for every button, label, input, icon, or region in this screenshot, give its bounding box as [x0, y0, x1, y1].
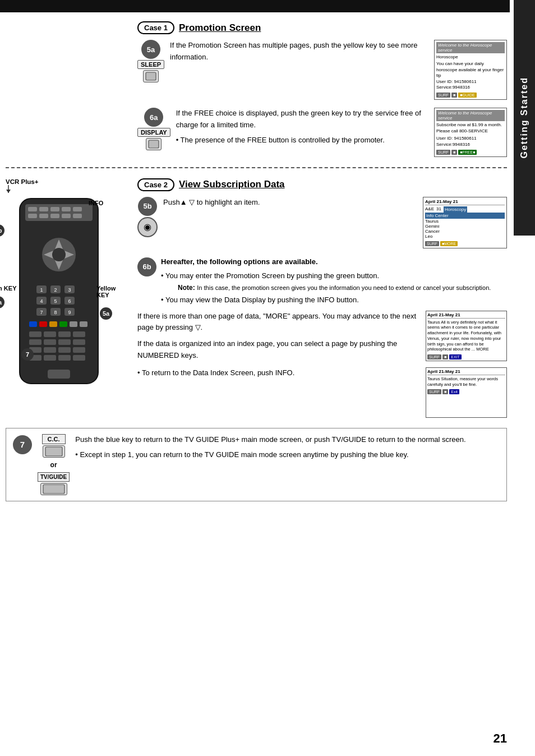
- case2-content: Case 2 View Subscription Data 5b ◉ Push▲…: [137, 178, 507, 418]
- svg-rect-13: [50, 214, 59, 218]
- svg-rect-51: [44, 339, 56, 345]
- green-key-label: Green KEY: [0, 285, 16, 292]
- svg-rect-64: [43, 485, 64, 494]
- step-6b-bullet2: • You may view the Data Display by pushi…: [161, 294, 507, 306]
- svg-rect-56: [58, 347, 71, 353]
- svg-marker-3: [6, 190, 11, 193]
- svg-rect-55: [44, 347, 56, 353]
- bullet3-text: • To return to the Data Index Screen, pu…: [137, 367, 419, 379]
- svg-rect-48: [58, 331, 71, 337]
- side-tab-text: Getting Started: [519, 77, 529, 159]
- or-text: or: [50, 461, 57, 469]
- svg-rect-61: [73, 355, 85, 361]
- step-6b-circle: 6b: [137, 257, 156, 276]
- cc-key-icon: [43, 445, 65, 458]
- tv-screen-4: April 21-May 21 Taurus All is very defin…: [426, 311, 507, 362]
- svg-rect-59: [44, 355, 56, 361]
- case1-section: Case 1 Promotion Screen 5a SLEEP If the …: [137, 17, 507, 157]
- svg-rect-11: [28, 214, 37, 218]
- svg-text:8: 8: [54, 310, 57, 315]
- case2-header: Case 2 View Subscription Data: [137, 178, 507, 191]
- step-6a-row: 6a DISPLAY If the FREE choice is display…: [137, 108, 507, 157]
- svg-text:7: 7: [40, 310, 43, 315]
- svg-text:5: 5: [54, 298, 57, 304]
- svg-point-21: [52, 248, 66, 261]
- svg-rect-63: [45, 447, 62, 456]
- top-bar: [0, 0, 510, 12]
- note-label: Note:: [178, 284, 195, 292]
- tv5-body: Taurus Situation, measure your words car…: [427, 376, 505, 388]
- step-7-remote-badge: 7: [21, 348, 34, 361]
- step-5a-text: If the Promotion Screen has multiple pag…: [170, 40, 428, 63]
- svg-rect-40: [29, 321, 37, 327]
- step-6b-bullet1: • You may enter the Promotion Screen by …: [161, 270, 507, 282]
- svg-rect-60: [58, 355, 71, 361]
- step7-bullet: • Except in step 1, you can return to th…: [75, 449, 500, 461]
- cc-button: C.C.: [42, 434, 66, 444]
- svg-rect-5: [25, 204, 93, 221]
- svg-rect-46: [29, 331, 41, 337]
- svg-rect-57: [73, 347, 85, 353]
- svg-rect-14: [62, 214, 71, 218]
- step-5b-row: 5b ◉ Push▲ ▽ to highlight an item. April…: [137, 197, 507, 248]
- bullet3-row: • To return to the Data Index Screen, pu…: [137, 367, 507, 418]
- svg-rect-7: [39, 207, 48, 211]
- para2-text: If the data is organized into an index p…: [137, 338, 419, 362]
- page-number: 21: [494, 731, 507, 746]
- step-6b-intro: Hereafter, the following options are ava…: [161, 256, 507, 268]
- svg-rect-53: [73, 339, 85, 345]
- svg-rect-6: [28, 207, 37, 211]
- svg-rect-62: [48, 370, 70, 379]
- svg-text:4: 4: [40, 298, 43, 304]
- step7-section: 7 C.C. or TV/GUIDE Push the blue key to …: [6, 428, 507, 501]
- case1-title: Promotion Screen: [179, 22, 261, 34]
- svg-rect-42: [49, 321, 57, 327]
- svg-rect-45: [80, 321, 87, 327]
- tv-screen-2: Welcome to the Horoscope service Subscri…: [434, 108, 507, 157]
- svg-rect-41: [39, 321, 47, 327]
- step-6a-text: If the FREE choice is displayed, push th…: [176, 108, 428, 131]
- yellow-key-label: Yellow KEY: [96, 285, 129, 298]
- svg-rect-43: [59, 321, 67, 327]
- step-5b-remote-badge: 5b: [0, 224, 4, 237]
- nav-dpad-icon: ◉: [137, 217, 158, 237]
- step-6b-row: 6b Hereafter, the following options are …: [137, 256, 507, 306]
- svg-text:9: 9: [68, 310, 71, 315]
- step7-text: Push the blue key to return to the TV GU…: [75, 434, 500, 446]
- svg-rect-44: [70, 321, 77, 327]
- side-tab: Getting Started: [514, 0, 535, 236]
- case2-area: VCR Plus+: [0, 178, 535, 418]
- step-5b-text: Push▲ ▽ to highlight an item.: [163, 197, 417, 209]
- step-5a-key-icon: [143, 70, 159, 82]
- step-5a-remote-badge: 5a: [100, 307, 112, 320]
- case2-badge: Case 2: [137, 178, 174, 191]
- tvguide-button: TV/GUIDE: [38, 472, 70, 482]
- step-6a-key: DISPLAY: [137, 128, 170, 137]
- svg-rect-50: [29, 339, 41, 345]
- step-5b-circle: 5b: [138, 197, 157, 216]
- svg-text:2: 2: [54, 287, 57, 293]
- step7-keys: C.C. or TV/GUIDE: [38, 434, 70, 495]
- para1-row: If there is more than one page of data, …: [137, 311, 507, 362]
- tv-screen-5: April 21-May 21 Taurus Situation, measur…: [426, 367, 507, 418]
- section-divider: [6, 167, 507, 168]
- svg-rect-49: [73, 331, 85, 337]
- tv4-body: Taurus All is very definitely not what i…: [427, 320, 505, 353]
- step-6a-circle: 6a: [144, 108, 163, 127]
- svg-rect-15: [73, 214, 82, 218]
- svg-rect-8: [50, 207, 59, 211]
- step-6a-remote-badge: 6a: [0, 296, 4, 308]
- svg-text:1: 1: [40, 287, 43, 293]
- svg-rect-0: [146, 72, 156, 80]
- tvguide-key-icon: [40, 483, 67, 495]
- svg-rect-52: [58, 339, 71, 345]
- step-5a-row: 5a SLEEP If the Promotion Screen has mul…: [137, 40, 507, 100]
- step-6a-bullet: • The presence of the FREE button is con…: [176, 135, 428, 146]
- svg-rect-9: [62, 207, 71, 211]
- step-5a-circle: 5a: [141, 40, 160, 59]
- step-5a-key: SLEEP: [137, 60, 164, 69]
- step-7-circle: 7: [13, 435, 32, 454]
- case1-header: Case 1 Promotion Screen: [137, 21, 507, 34]
- para1-text: If there is more than one page of data, …: [137, 311, 419, 334]
- svg-text:6: 6: [68, 298, 71, 304]
